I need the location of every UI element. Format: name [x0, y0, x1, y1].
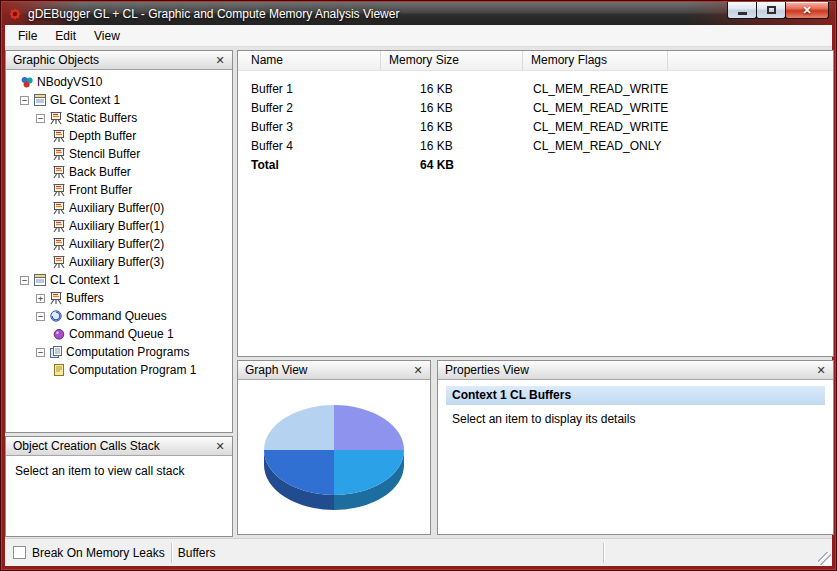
tree-item-gl-context-1[interactable]: − GL Context 1: [6, 91, 232, 109]
program-icon: [52, 363, 67, 377]
tree-item-label: Command Queues: [64, 309, 167, 323]
cell-memory-size: 16 KB: [420, 120, 533, 134]
break-on-memory-leaks-checkbox[interactable]: [13, 546, 26, 559]
tree-item-back-buffer[interactable]: Back Buffer: [6, 163, 232, 181]
window-title: gDEBugger GL + CL - Graphic and Compute …: [28, 7, 399, 21]
collapse-expander-icon[interactable]: −: [36, 114, 45, 123]
tree-item-static-buffers[interactable]: − Static Buffers: [6, 109, 232, 127]
calls-stack-header: Object Creation Calls Stack ✕: [6, 437, 232, 456]
tree-item-label: NBodyVS10: [35, 75, 102, 89]
tree-item-label: Back Buffer: [67, 165, 131, 179]
tree-item-auxiliary-buffer-3[interactable]: Auxiliary Buffer(3): [6, 253, 232, 271]
tree-item-command-queues[interactable]: − Command Queues: [6, 307, 232, 325]
maximize-icon: [767, 6, 776, 14]
title-bar[interactable]: gDEBugger GL + CL - Graphic and Compute …: [2, 2, 835, 25]
cell-name: Buffer 2: [251, 101, 420, 115]
cell-total-label: Total: [251, 158, 420, 172]
tree-item-label: CL Context 1: [48, 273, 120, 287]
break-on-memory-leaks-label: Break On Memory Leaks: [32, 546, 165, 560]
properties-heading: Context 1 CL Buffers: [446, 386, 825, 405]
column-header-memory-flags[interactable]: Memory Flags: [523, 51, 668, 70]
table-row[interactable]: Buffer 1 16 KB CL_MEM_READ_WRITE: [238, 79, 833, 98]
maximize-button[interactable]: [756, 2, 786, 19]
easel-icon: [49, 291, 64, 305]
panel-close-icon[interactable]: ✕: [213, 437, 227, 455]
panel-close-icon[interactable]: ✕: [814, 361, 828, 379]
menu-file[interactable]: File: [9, 26, 46, 46]
menu-edit[interactable]: Edit: [46, 26, 85, 46]
tree-item-front-buffer[interactable]: Front Buffer: [6, 181, 232, 199]
status-context-label: Buffers: [178, 546, 216, 560]
menu-view[interactable]: View: [85, 26, 129, 46]
table-body: Buffer 1 16 KB CL_MEM_READ_WRITE Buffer …: [238, 71, 833, 174]
easel-icon: [52, 147, 67, 161]
graph-view-body: [238, 380, 430, 533]
cell-memory-size: 16 KB: [420, 82, 533, 96]
tree-item-label: Buffers: [64, 291, 104, 305]
table-row[interactable]: Buffer 2 16 KB CL_MEM_READ_WRITE: [238, 98, 833, 117]
spheres-icon: [20, 75, 35, 89]
panel-close-icon[interactable]: ✕: [411, 361, 425, 379]
cell-memory-size: 16 KB: [420, 139, 533, 153]
tree-item-auxiliary-buffer-2[interactable]: Auxiliary Buffer(2): [6, 235, 232, 253]
context-icon: [33, 273, 48, 287]
collapse-expander-icon[interactable]: −: [36, 312, 45, 321]
resize-grip[interactable]: [818, 552, 831, 565]
app-logo-icon: [8, 7, 22, 21]
collapse-expander-icon[interactable]: −: [20, 96, 29, 105]
tree-item-nbodyvs10[interactable]: NBodyVS10: [6, 73, 232, 91]
queue-icon: [52, 327, 67, 341]
calls-stack-placeholder: Select an item to view call stack: [6, 456, 232, 478]
collapse-expander-icon[interactable]: −: [36, 348, 45, 357]
easel-icon: [52, 255, 67, 269]
programs-icon: [49, 345, 64, 359]
tree-item-command-queue-1[interactable]: Command Queue 1: [6, 325, 232, 343]
table-row[interactable]: Buffer 4 16 KB CL_MEM_READ_ONLY: [238, 136, 833, 155]
table-row[interactable]: Buffer 3 16 KB CL_MEM_READ_WRITE: [238, 117, 833, 136]
panel-close-icon[interactable]: ✕: [213, 51, 227, 69]
client-area: File Edit View Graphic Objects ✕ NBodyVS…: [5, 25, 832, 566]
tree-item-auxiliary-buffer-1[interactable]: Auxiliary Buffer(1): [6, 217, 232, 235]
tree-item-label: Computation Program 1: [67, 363, 196, 377]
status-separator: [603, 543, 604, 563]
cell-memory-flags: CL_MEM_READ_WRITE: [533, 82, 833, 96]
tree-item-label: Stencil Buffer: [67, 147, 140, 161]
tree-item-label: Auxiliary Buffer(1): [67, 219, 164, 233]
graph-view-panel: Graph View ✕: [237, 360, 431, 535]
collapse-expander-icon[interactable]: −: [20, 276, 29, 285]
easel-icon: [52, 219, 67, 233]
status-blank-pane: [610, 539, 832, 566]
table-header-row: Name Memory Size Memory Flags: [238, 51, 833, 71]
status-separator: [171, 543, 172, 563]
tree-item-auxiliary-buffer-0[interactable]: Auxiliary Buffer(0): [6, 199, 232, 217]
expand-expander-icon[interactable]: +: [36, 294, 45, 303]
tree-item-label: Auxiliary Buffer(3): [67, 255, 164, 269]
properties-view-header: Properties View ✕: [438, 361, 833, 380]
tree-item-label: Depth Buffer: [67, 129, 136, 143]
tree-item-computation-programs[interactable]: − Computation Programs: [6, 343, 232, 361]
cell-name: Buffer 1: [251, 82, 420, 96]
properties-placeholder: Select an item to display its details: [438, 409, 833, 426]
context-icon: [33, 93, 48, 107]
column-header-memory-size[interactable]: Memory Size: [381, 51, 523, 70]
tree-item-depth-buffer[interactable]: Depth Buffer: [6, 127, 232, 145]
status-bar: Break On Memory Leaks Buffers: [5, 538, 832, 566]
tree-item-cl-context-1[interactable]: − CL Context 1: [6, 271, 232, 289]
memory-table-panel: Name Memory Size Memory Flags Buffer 1 1…: [237, 50, 834, 357]
column-header-name[interactable]: Name: [238, 51, 381, 70]
graph-view-title: Graph View: [245, 363, 307, 377]
minimize-icon: [738, 12, 747, 15]
tree-item-label: Auxiliary Buffer(2): [67, 237, 164, 251]
tree-item-label: Auxiliary Buffer(0): [67, 201, 164, 215]
tree-item-stencil-buffer[interactable]: Stencil Buffer: [6, 145, 232, 163]
calls-stack-title: Object Creation Calls Stack: [13, 439, 160, 453]
graphic-objects-title: Graphic Objects: [13, 53, 99, 67]
minimize-button[interactable]: [727, 2, 757, 19]
graphic-objects-header: Graphic Objects ✕: [6, 51, 232, 70]
close-button[interactable]: ✕: [785, 2, 829, 19]
tree-item-computation-program-1[interactable]: Computation Program 1: [6, 361, 232, 379]
tree-item-label: GL Context 1: [48, 93, 120, 107]
tree-item-label: Static Buffers: [64, 111, 137, 125]
app-window: gDEBugger GL + CL - Graphic and Compute …: [0, 0, 837, 571]
tree-item-buffers[interactable]: + Buffers: [6, 289, 232, 307]
